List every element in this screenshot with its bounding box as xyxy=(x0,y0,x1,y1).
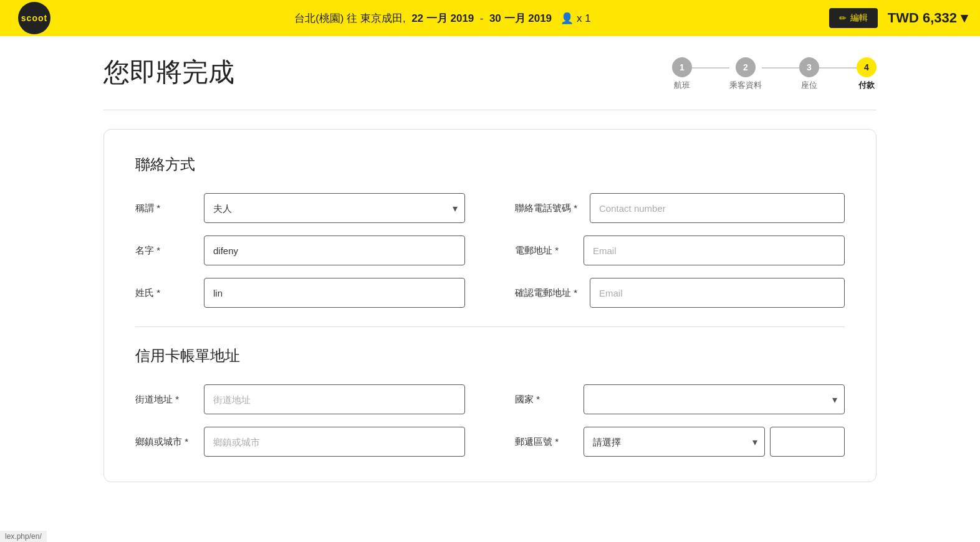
step-4-circle: 4 xyxy=(857,57,877,77)
street-row: 街道地址 * xyxy=(135,384,465,414)
postal-select[interactable]: 請選擇 xyxy=(584,427,765,457)
edit-button[interactable]: ✏ 編輯 xyxy=(829,8,878,28)
step-4-label: 付款 xyxy=(858,80,875,91)
step-connector-2 xyxy=(762,67,799,69)
steps-nav: 1 航班 2 乘客資料 3 座位 4 xyxy=(672,57,877,91)
step-2-label: 乘客資料 xyxy=(729,80,762,91)
page-header: 您即將完成 1 航班 2 乘客資料 3 座位 xyxy=(103,55,877,91)
last-name-label: 姓氏 * xyxy=(135,287,191,299)
step-2-circle: 2 xyxy=(736,57,756,77)
flight-route: 台北(桃園) 往 東京成田, xyxy=(294,12,406,24)
postal-code-input[interactable] xyxy=(770,427,845,457)
postal-row: 郵遞區號 * 請選擇 ▾ xyxy=(515,427,845,457)
contact-number-label: 聯絡電話號碼 * xyxy=(515,202,577,214)
date-to: 30 一月 2019 xyxy=(489,12,552,24)
step-1-circle: 1 xyxy=(672,57,692,77)
section-divider xyxy=(135,326,845,327)
contact-number-row: 聯絡電話號碼 * xyxy=(515,193,845,223)
contact-section-title: 聯絡方式 xyxy=(135,155,845,174)
city-row: 鄉鎮或城市 * xyxy=(135,427,465,457)
logo-text: scoot xyxy=(21,13,47,23)
city-label: 鄉鎮或城市 * xyxy=(135,436,191,448)
step-3-label: 座位 xyxy=(801,80,817,91)
country-select[interactable] xyxy=(584,384,845,414)
postal-select-wrapper: 請選擇 ▾ xyxy=(584,427,765,457)
currency: TWD xyxy=(888,10,919,26)
step-4: 4 付款 xyxy=(857,57,877,91)
last-name-input[interactable] xyxy=(204,278,465,308)
price-display: TWD 6,332 ▾ xyxy=(888,10,968,26)
step-1-label: 航班 xyxy=(674,80,690,91)
header-divider xyxy=(103,110,877,110)
billing-form-grid: 街道地址 * 國家 * ▾ 鄉鎮或城市 * 郵遞區號 * xyxy=(135,384,845,457)
country-row: 國家 * ▾ xyxy=(515,384,845,414)
contact-form-grid: 稱謂 * 夫人 先生 小姐 ▾ 聯絡電話號碼 * 名字 * xyxy=(135,193,845,308)
main-content: 您即將完成 1 航班 2 乘客資料 3 座位 xyxy=(54,36,926,520)
country-select-wrapper: ▾ xyxy=(584,384,845,414)
separator: - xyxy=(480,12,484,24)
confirm-email-input[interactable] xyxy=(590,278,845,308)
page-title: 您即將完成 xyxy=(103,55,234,90)
chevron-down-icon[interactable]: ▾ xyxy=(961,10,968,26)
header-right: ✏ 編輯 TWD 6,332 ▾ xyxy=(829,8,968,28)
billing-section-title: 信用卡帳單地址 xyxy=(135,346,845,366)
logo: scoot xyxy=(12,0,56,36)
street-label: 街道地址 * xyxy=(135,394,191,406)
passenger-icon: 👤 xyxy=(560,12,574,24)
salutation-select[interactable]: 夫人 先生 小姐 xyxy=(204,193,465,223)
edit-label: 編輯 xyxy=(850,12,868,24)
flight-info: 台北(桃園) 往 東京成田, 22 一月 2019 - 30 一月 2019 👤… xyxy=(56,11,829,26)
step-3-number: 3 xyxy=(807,62,812,72)
postal-label: 郵遞區號 * xyxy=(515,436,571,448)
email-label: 電郵地址 * xyxy=(515,245,571,257)
step-4-number: 4 xyxy=(864,62,869,72)
step-1: 1 航班 xyxy=(672,57,692,91)
step-2-number: 2 xyxy=(743,62,748,72)
step-connector-3 xyxy=(819,67,857,69)
passenger-count: x 1 xyxy=(577,12,591,24)
first-name-row: 名字 * xyxy=(135,235,465,265)
logo-inner: scoot xyxy=(18,2,50,34)
confirm-email-label: 確認電郵地址 * xyxy=(515,287,577,299)
form-card: 聯絡方式 稱謂 * 夫人 先生 小姐 ▾ 聯絡電話號碼 * xyxy=(103,129,877,482)
edit-icon: ✏ xyxy=(839,13,847,23)
date-from: 22 一月 2019 xyxy=(411,12,474,24)
city-input[interactable] xyxy=(204,427,465,457)
step-3-circle: 3 xyxy=(799,57,819,77)
salutation-label: 稱謂 * xyxy=(135,202,191,214)
first-name-input[interactable] xyxy=(204,235,465,265)
email-input[interactable] xyxy=(584,235,845,265)
first-name-label: 名字 * xyxy=(135,245,191,257)
last-name-row: 姓氏 * xyxy=(135,278,465,308)
salutation-row: 稱謂 * 夫人 先生 小姐 ▾ xyxy=(135,193,465,223)
header: scoot 台北(桃園) 往 東京成田, 22 一月 2019 - 30 一月 … xyxy=(0,0,980,36)
step-3: 3 座位 xyxy=(799,57,819,91)
step-2: 2 乘客資料 xyxy=(729,57,762,91)
step-connector-1 xyxy=(692,67,729,69)
step-1-number: 1 xyxy=(680,62,685,72)
contact-number-input[interactable] xyxy=(590,193,845,223)
price: 6,332 xyxy=(923,10,957,26)
salutation-select-wrapper: 夫人 先生 小姐 ▾ xyxy=(204,193,465,223)
confirm-email-row: 確認電郵地址 * xyxy=(515,278,845,308)
street-input[interactable] xyxy=(204,384,465,414)
email-row: 電郵地址 * xyxy=(515,235,845,265)
country-label: 國家 * xyxy=(515,394,571,406)
